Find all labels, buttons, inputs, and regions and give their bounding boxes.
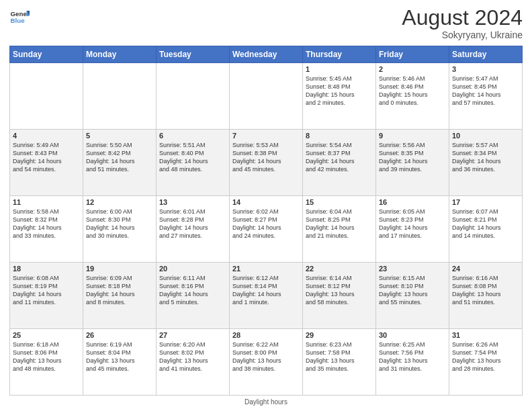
day-number: 9 [379, 132, 446, 140]
day-info: Sunrise: 5:51 AM Sunset: 8:40 PM Dayligh… [159, 141, 226, 174]
day-number: 27 [159, 331, 226, 339]
day-number: 22 [306, 265, 373, 273]
calendar-cell-w3-d6: 16Sunrise: 6:05 AM Sunset: 8:23 PM Dayli… [376, 196, 449, 263]
day-number: 26 [86, 331, 153, 339]
day-number: 17 [452, 198, 519, 206]
day-number: 4 [13, 132, 80, 140]
month-year-title: August 2024 [402, 7, 523, 28]
day-number: 28 [232, 331, 300, 339]
calendar-cell-w1-d4 [230, 63, 303, 130]
day-number: 10 [452, 132, 519, 140]
logo: General Blue [9, 7, 30, 27]
calendar-cell-w5-d1: 25Sunrise: 6:18 AM Sunset: 8:06 PM Dayli… [10, 329, 83, 396]
day-number: 2 [379, 65, 446, 73]
calendar-cell-w2-d1: 4Sunrise: 5:49 AM Sunset: 8:43 PM Daylig… [10, 130, 83, 196]
calendar-cell-w5-d5: 29Sunrise: 6:23 AM Sunset: 7:58 PM Dayli… [303, 329, 376, 396]
calendar-cell-w2-d6: 9Sunrise: 5:56 AM Sunset: 8:35 PM Daylig… [376, 130, 449, 196]
day-info: Sunrise: 6:20 AM Sunset: 8:02 PM Dayligh… [159, 340, 226, 373]
day-number: 31 [452, 331, 519, 339]
day-info: Sunrise: 6:26 AM Sunset: 7:54 PM Dayligh… [452, 340, 519, 373]
day-info: Sunrise: 6:02 AM Sunset: 8:27 PM Dayligh… [232, 208, 300, 240]
day-info: Sunrise: 6:16 AM Sunset: 8:08 PM Dayligh… [452, 274, 519, 307]
day-info: Sunrise: 5:58 AM Sunset: 8:32 PM Dayligh… [13, 208, 80, 240]
day-info: Sunrise: 5:50 AM Sunset: 8:42 PM Dayligh… [86, 141, 153, 174]
calendar-cell-w5-d4: 28Sunrise: 6:22 AM Sunset: 8:00 PM Dayli… [230, 329, 303, 396]
col-sunday: Sunday [10, 46, 83, 63]
day-info: Sunrise: 6:12 AM Sunset: 8:14 PM Dayligh… [232, 274, 300, 307]
day-info: Sunrise: 6:07 AM Sunset: 8:21 PM Dayligh… [452, 208, 519, 240]
day-number: 14 [232, 198, 300, 206]
calendar-table: Sunday Monday Tuesday Wednesday Thursday… [9, 46, 523, 396]
calendar-week-4: 18Sunrise: 6:08 AM Sunset: 8:19 PM Dayli… [10, 263, 523, 329]
day-info: Sunrise: 6:11 AM Sunset: 8:16 PM Dayligh… [159, 274, 226, 307]
calendar-cell-w2-d2: 5Sunrise: 5:50 AM Sunset: 8:42 PM Daylig… [83, 130, 157, 196]
col-wednesday: Wednesday [230, 46, 303, 63]
footer-note: Daylight hours [9, 398, 523, 406]
day-info: Sunrise: 6:22 AM Sunset: 8:00 PM Dayligh… [232, 340, 300, 373]
calendar-cell-w5-d3: 27Sunrise: 6:20 AM Sunset: 8:02 PM Dayli… [157, 329, 230, 396]
calendar-header-row: Sunday Monday Tuesday Wednesday Thursday… [10, 46, 523, 63]
day-number: 1 [306, 65, 373, 73]
col-saturday: Saturday [449, 46, 523, 63]
day-number: 24 [452, 265, 519, 273]
day-info: Sunrise: 6:01 AM Sunset: 8:28 PM Dayligh… [159, 208, 226, 240]
logo-icon: General Blue [9, 7, 30, 27]
day-info: Sunrise: 5:46 AM Sunset: 8:46 PM Dayligh… [379, 75, 446, 107]
calendar-cell-w1-d2 [83, 63, 157, 130]
day-number: 5 [86, 132, 153, 140]
day-number: 3 [452, 65, 519, 73]
day-info: Sunrise: 6:19 AM Sunset: 8:04 PM Dayligh… [86, 340, 153, 373]
day-number: 20 [159, 265, 226, 273]
day-info: Sunrise: 5:56 AM Sunset: 8:35 PM Dayligh… [379, 141, 446, 174]
day-info: Sunrise: 6:18 AM Sunset: 8:06 PM Dayligh… [13, 340, 80, 373]
day-number: 6 [159, 132, 226, 140]
calendar-cell-w2-d4: 7Sunrise: 5:53 AM Sunset: 8:38 PM Daylig… [230, 130, 303, 196]
calendar-cell-w2-d7: 10Sunrise: 5:57 AM Sunset: 8:34 PM Dayli… [449, 130, 523, 196]
day-number: 30 [379, 331, 446, 339]
calendar-cell-w4-d5: 22Sunrise: 6:14 AM Sunset: 8:12 PM Dayli… [303, 263, 376, 329]
location-title: Sokyryany, Ukraine [402, 30, 523, 40]
col-monday: Monday [83, 46, 157, 63]
day-info: Sunrise: 5:49 AM Sunset: 8:43 PM Dayligh… [13, 141, 80, 174]
calendar-cell-w3-d3: 13Sunrise: 6:01 AM Sunset: 8:28 PM Dayli… [157, 196, 230, 263]
calendar-week-1: 1Sunrise: 5:45 AM Sunset: 8:48 PM Daylig… [10, 63, 523, 130]
day-number: 8 [306, 132, 373, 140]
day-number: 29 [306, 331, 373, 339]
calendar-cell-w4-d3: 20Sunrise: 6:11 AM Sunset: 8:16 PM Dayli… [157, 263, 230, 329]
page: General Blue August 2024 Sokyryany, Ukra… [0, 0, 532, 411]
calendar-cell-w1-d5: 1Sunrise: 5:45 AM Sunset: 8:48 PM Daylig… [303, 63, 376, 130]
day-info: Sunrise: 6:00 AM Sunset: 8:30 PM Dayligh… [86, 208, 153, 240]
day-info: Sunrise: 5:54 AM Sunset: 8:37 PM Dayligh… [306, 141, 373, 174]
calendar-week-2: 4Sunrise: 5:49 AM Sunset: 8:43 PM Daylig… [10, 130, 523, 196]
calendar-cell-w4-d1: 18Sunrise: 6:08 AM Sunset: 8:19 PM Dayli… [10, 263, 83, 329]
day-number: 7 [232, 132, 300, 140]
title-block: August 2024 Sokyryany, Ukraine [402, 7, 523, 40]
calendar-cell-w3-d1: 11Sunrise: 5:58 AM Sunset: 8:32 PM Dayli… [10, 196, 83, 263]
day-number: 18 [13, 265, 80, 273]
day-number: 12 [86, 198, 153, 206]
calendar-cell-w1-d3 [157, 63, 230, 130]
calendar-cell-w4-d4: 21Sunrise: 6:12 AM Sunset: 8:14 PM Dayli… [230, 263, 303, 329]
header: General Blue August 2024 Sokyryany, Ukra… [9, 7, 523, 40]
calendar-cell-w2-d5: 8Sunrise: 5:54 AM Sunset: 8:37 PM Daylig… [303, 130, 376, 196]
calendar-cell-w5-d6: 30Sunrise: 6:25 AM Sunset: 7:56 PM Dayli… [376, 329, 449, 396]
day-number: 23 [379, 265, 446, 273]
day-number: 16 [379, 198, 446, 206]
calendar-cell-w5-d7: 31Sunrise: 6:26 AM Sunset: 7:54 PM Dayli… [449, 329, 523, 396]
day-info: Sunrise: 6:09 AM Sunset: 8:18 PM Dayligh… [86, 274, 153, 307]
day-info: Sunrise: 6:05 AM Sunset: 8:23 PM Dayligh… [379, 208, 446, 240]
calendar-cell-w4-d2: 19Sunrise: 6:09 AM Sunset: 8:18 PM Dayli… [83, 263, 157, 329]
day-number: 21 [232, 265, 300, 273]
day-info: Sunrise: 6:25 AM Sunset: 7:56 PM Dayligh… [379, 340, 446, 373]
day-number: 19 [86, 265, 153, 273]
day-number: 13 [159, 198, 226, 206]
calendar-cell-w3-d5: 15Sunrise: 6:04 AM Sunset: 8:25 PM Dayli… [303, 196, 376, 263]
calendar-cell-w3-d2: 12Sunrise: 6:00 AM Sunset: 8:30 PM Dayli… [83, 196, 157, 263]
col-friday: Friday [376, 46, 449, 63]
calendar-cell-w4-d7: 24Sunrise: 6:16 AM Sunset: 8:08 PM Dayli… [449, 263, 523, 329]
day-number: 25 [13, 331, 80, 339]
calendar-cell-w4-d6: 23Sunrise: 6:15 AM Sunset: 8:10 PM Dayli… [376, 263, 449, 329]
calendar-week-3: 11Sunrise: 5:58 AM Sunset: 8:32 PM Dayli… [10, 196, 523, 263]
day-info: Sunrise: 5:57 AM Sunset: 8:34 PM Dayligh… [452, 141, 519, 174]
day-info: Sunrise: 6:08 AM Sunset: 8:19 PM Dayligh… [13, 274, 80, 307]
